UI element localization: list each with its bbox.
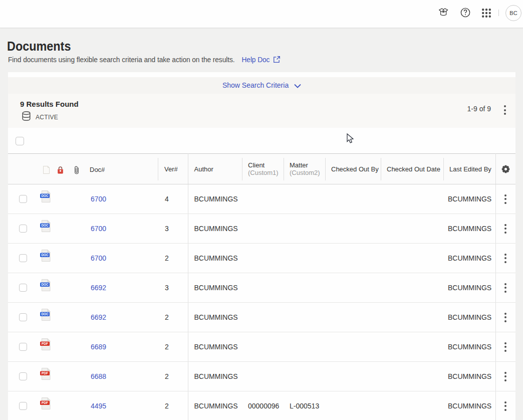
svg-text:DOC: DOC (41, 224, 49, 227)
svg-text:DOC: DOC (41, 283, 49, 286)
svg-text:DOC: DOC (41, 194, 49, 197)
svg-text:PDF: PDF (42, 342, 48, 345)
svg-text:DOC: DOC (41, 312, 49, 316)
svg-text:PDF: PDF (42, 371, 48, 375)
svg-text:PDF: PDF (42, 401, 48, 404)
svg-text:DOC: DOC (41, 253, 49, 257)
